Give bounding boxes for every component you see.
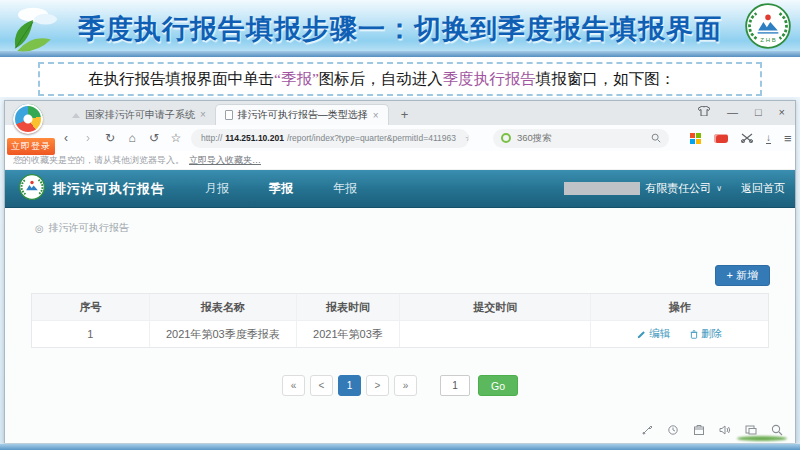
slide-bottom-strip	[0, 444, 800, 450]
search-engine-360-icon	[501, 133, 511, 143]
instruction-text-1: 在执行报告填报界面中单击	[88, 69, 274, 90]
close-button[interactable]: ×	[779, 106, 785, 118]
table-header-row: 序号 报表名称 报表时间 提交时间 操作	[32, 294, 768, 320]
tab-favicon-icon	[72, 112, 80, 118]
download-icon[interactable]: ↓	[766, 133, 771, 144]
delete-trash-icon	[690, 330, 698, 339]
svg-text:Z H B: Z H B	[760, 37, 775, 43]
volume-speaker-icon[interactable]	[719, 424, 731, 436]
bookmark-star-icon[interactable]: ☆	[465, 133, 469, 143]
address-bar[interactable]: http://114.251.10.201/report/index?type=…	[191, 129, 469, 148]
site-header: 排污许可执行报告 月报 季报 年报 有限责任公司 ∨ 返回首页	[5, 170, 795, 207]
add-new-report-button[interactable]: + 新增	[715, 265, 770, 286]
new-tab-button[interactable]: +	[401, 108, 409, 121]
page-next-button[interactable]: >	[366, 375, 389, 396]
menu-monthly-report[interactable]: 月报	[205, 180, 229, 197]
col-header-submit-time: 提交时间	[400, 294, 591, 320]
zoom-magnifier-icon[interactable]	[771, 424, 783, 436]
leaf-cloud-decoration-icon	[3, 2, 65, 58]
page-doc-icon	[225, 110, 233, 120]
cell-report-time: 2021年第03季	[297, 321, 400, 347]
tab-report-type-select[interactable]: 排污许可执行报告—类型选择 ×	[215, 104, 389, 125]
slide-title: 季度执行报告填报步骤一：切换到季度报告填报界面	[70, 11, 730, 47]
pagination: « < 1 > » Go	[5, 375, 795, 396]
scissors-icon[interactable]	[741, 133, 753, 143]
instruction-box: 在执行报告填报界面中单击“季报”图标后，自动进入季度执行报告填报窗口，如下图：	[38, 62, 762, 96]
col-header-name: 报表名称	[150, 294, 297, 320]
cell-index: 1	[32, 321, 150, 347]
edit-pencil-icon	[637, 330, 646, 339]
breadcrumb-target-icon: ◎	[35, 223, 44, 234]
maximize-button[interactable]: □	[755, 106, 762, 118]
cell-operations: 编辑 删除	[591, 321, 768, 347]
forward-icon[interactable]: ›	[81, 131, 95, 145]
page-first-button[interactable]: «	[282, 375, 305, 396]
url-path: /report/index?type=quarter&permitId=4119…	[287, 133, 456, 143]
menu-annual-report[interactable]: 年报	[333, 180, 357, 197]
url-scheme: http://	[201, 133, 222, 143]
tab-permit-apply-system[interactable]: 国家排污许可申请子系统 ×	[63, 104, 215, 125]
search-box[interactable]: 360搜索	[493, 129, 669, 148]
account-chevron-down-icon[interactable]: ∨	[716, 184, 722, 193]
table-row: 1 2021年第03季度季报表 2021年第03季 编辑 删除	[32, 320, 768, 347]
company-name-redacted	[564, 182, 640, 195]
home-icon[interactable]: ⌂	[125, 131, 139, 145]
history-refresh-icon[interactable]	[667, 424, 679, 436]
slide: 季度执行报告填报步骤一：切换到季度报告填报界面 Z H B 在执行报告填报界面中…	[0, 0, 800, 450]
refresh-icon[interactable]: ↻	[103, 131, 117, 145]
favorites-star-icon[interactable]: ☆	[169, 131, 183, 145]
notice-text: 您的收藏夹是空的，请从其他浏览器导入。	[13, 154, 184, 167]
page-jump-input[interactable]	[440, 375, 470, 396]
apps-grid-icon[interactable]	[690, 133, 701, 144]
site-title: 排污许可执行报告	[53, 180, 165, 198]
return-home-link[interactable]: 返回首页	[741, 181, 785, 196]
delete-label: 删除	[701, 327, 722, 341]
delete-link[interactable]: 删除	[690, 327, 722, 341]
tab-close-icon[interactable]: ×	[373, 110, 379, 121]
import-favorites-link[interactable]: 立即导入收藏夹…	[189, 154, 261, 167]
tab-bar: 国家排污许可申请子系统 × 排污许可执行报告—类型选择 × + — □ ×	[5, 101, 795, 125]
browser-logo-icon[interactable]	[13, 104, 43, 134]
minimize-button[interactable]: —	[727, 106, 738, 118]
banner-divider	[0, 51, 800, 57]
col-header-time: 报表时间	[297, 294, 400, 320]
theme-shirt-icon[interactable]	[698, 106, 710, 118]
instruction-highlight-quarter: “季报”	[274, 69, 319, 90]
hamburger-menu-icon[interactable]: ≡	[784, 131, 792, 146]
window-split-icon[interactable]	[745, 424, 757, 436]
menu-quarterly-report[interactable]: 季报	[269, 180, 293, 197]
instruction-highlight-report: 季度执行报告	[443, 69, 536, 90]
edit-label: 编辑	[649, 327, 670, 341]
gamepad-icon[interactable]	[714, 134, 728, 143]
report-table: 序号 报表名称 报表时间 提交时间 操作 1 2021年第03季度季报表 202…	[31, 293, 769, 348]
launcher-rocket-icon[interactable]	[641, 424, 653, 436]
breadcrumb-label: 排污许可执行报告	[49, 221, 129, 235]
tab-label: 排污许可执行报告—类型选择	[238, 108, 368, 122]
package-box-icon[interactable]	[693, 424, 705, 436]
cell-submit-time	[400, 321, 591, 347]
restore-session-icon[interactable]: ↺	[147, 131, 161, 145]
edit-link[interactable]: 编辑	[637, 327, 670, 341]
browser-window: 立即登录 国家排污许可申请子系统 × 排污许可执行报告—类型选择 × + — □…	[4, 100, 796, 443]
green-highlight-mark	[737, 436, 787, 441]
company-suffix: 有限责任公司	[645, 181, 711, 196]
instruction-text-3: 填报窗口，如下图：	[536, 69, 676, 90]
favorites-notice-bar: 您的收藏夹是空的，请从其他浏览器导入。 立即导入收藏夹…	[5, 151, 795, 170]
page-1-button[interactable]: 1	[338, 375, 361, 396]
col-header-index: 序号	[32, 294, 150, 320]
back-icon[interactable]: ‹	[59, 131, 73, 145]
report-type-menu: 月报 季报 年报	[205, 180, 357, 197]
page-last-button[interactable]: »	[394, 375, 417, 396]
login-badge[interactable]: 立即登录	[7, 138, 55, 155]
zhb-logo-icon: Z H B	[745, 3, 791, 53]
site-logo-icon	[19, 174, 45, 204]
page-prev-button[interactable]: <	[310, 375, 333, 396]
account-area: 有限责任公司 ∨ 返回首页	[564, 181, 785, 196]
search-magnifier-icon[interactable]	[651, 133, 661, 143]
instruction-text-2: 图标后，自动进入	[319, 69, 443, 90]
url-host: 114.251.10.201	[225, 133, 284, 143]
page-go-button[interactable]: Go	[478, 375, 518, 396]
browser-toolbar: ‹ › ↻ ⌂ ↺ ☆ http://114.251.10.201/report…	[5, 125, 795, 151]
tab-close-icon[interactable]: ×	[200, 109, 206, 120]
tab-label: 国家排污许可申请子系统	[85, 108, 195, 122]
